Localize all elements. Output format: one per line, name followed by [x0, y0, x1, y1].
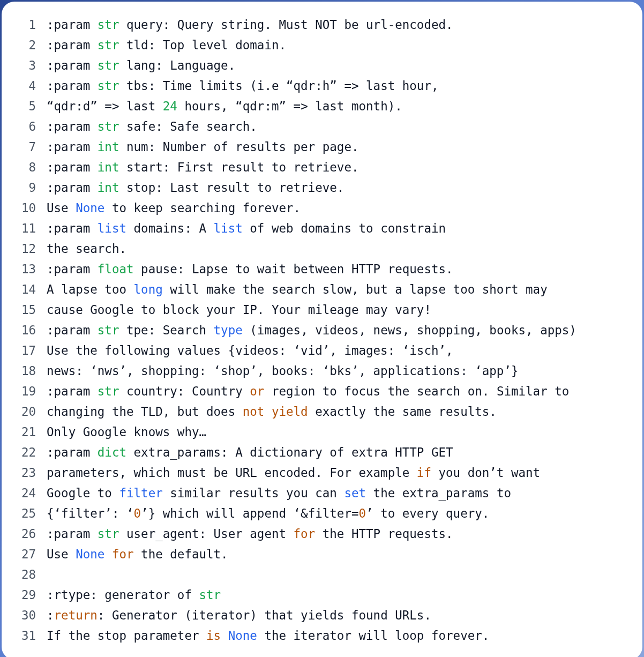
code-content: :rtype: generator of str — [47, 585, 632, 605]
code-line: 29:rtype: generator of str — [11, 585, 632, 605]
code-token: :param — [47, 527, 98, 541]
code-token: str — [98, 120, 119, 133]
code-content: Google to filter similar results you can… — [47, 483, 632, 503]
code-token: 0 — [134, 506, 141, 520]
code-token: tld: Top level domain. — [119, 38, 286, 52]
code-token: None — [76, 547, 104, 561]
code-content: :param str tld: Top level domain. — [47, 35, 632, 55]
line-number: 20 — [11, 401, 47, 422]
code-token: pause: Lapse to wait between HTTP reques… — [134, 262, 453, 276]
code-token: not — [243, 405, 265, 419]
code-line: 27Use None for the default. — [11, 544, 632, 564]
code-token: Only Google knows why… — [47, 425, 206, 439]
code-content: :param dict extra_params: A dictionary o… — [47, 442, 632, 462]
code-token: Use — [47, 201, 76, 215]
code-token: exactly the same results. — [308, 405, 497, 419]
code-line: 31If the stop parameter is None the iter… — [11, 625, 632, 646]
code-token: you don’t want — [431, 466, 540, 480]
code-line: 6:param str safe: Safe search. — [11, 116, 632, 137]
code-token: long — [134, 282, 163, 296]
code-token: :param — [47, 18, 98, 32]
code-token: filter — [119, 486, 162, 500]
code-token: the default. — [134, 547, 228, 561]
code-line: 23parameters, which must be URL encoded.… — [11, 462, 632, 483]
code-content: “qdr:d” => last 24 hours, “qdr:m” => las… — [47, 96, 632, 116]
code-token: similar results you can — [163, 486, 345, 500]
line-number: 17 — [11, 340, 47, 361]
code-token: :param — [47, 221, 98, 235]
code-content: {‘filter’: ‘0’} which will append ‘&filt… — [47, 503, 632, 524]
line-number: 3 — [11, 55, 47, 76]
code-content: parameters, which must be URL encoded. F… — [47, 462, 632, 483]
code-token: the extra_params to — [366, 486, 511, 500]
code-content: A lapse too long will make the search sl… — [47, 279, 632, 300]
line-number: 31 — [11, 625, 47, 646]
code-token: country: Country — [119, 384, 250, 398]
code-token: news: ‘nws’, shopping: ‘shop’, books: ‘b… — [47, 364, 519, 378]
code-content: :param int stop: Last result to retrieve… — [47, 177, 632, 198]
code-line: 24Google to filter similar results you c… — [11, 483, 632, 503]
code-token: domains: A — [126, 221, 214, 235]
code-line: 1:param str query: Query string. Must NO… — [11, 14, 632, 35]
code-content: :param str country: Country or region to… — [47, 381, 632, 401]
code-line: 9:param int stop: Last result to retriev… — [11, 177, 632, 198]
line-number: 9 — [11, 177, 47, 198]
code-token: “qdr:d” => last — [47, 99, 163, 113]
code-card: 1:param str query: Query string. Must NO… — [2, 2, 642, 657]
code-content: Only Google knows why… — [47, 422, 632, 442]
code-content: Use None to keep searching forever. — [47, 198, 632, 218]
code-token: str — [98, 384, 119, 398]
code-content: news: ‘nws’, shopping: ‘shop’, books: ‘b… — [47, 361, 632, 381]
code-token: parameters, which must be URL encoded. F… — [47, 466, 417, 480]
code-line: 3:param str lang: Language. — [11, 55, 632, 76]
code-content: :param str query: Query string. Must NOT… — [47, 14, 632, 35]
code-token: :param — [47, 384, 98, 398]
code-line: 14A lapse too long will make the search … — [11, 279, 632, 300]
code-line: 28 — [11, 564, 632, 585]
code-token: str — [98, 58, 119, 72]
code-token: str — [199, 588, 221, 602]
code-content: the search. — [47, 238, 632, 259]
code-token: is — [206, 629, 221, 643]
code-token: int — [98, 140, 119, 154]
code-line: 22:param dict extra_params: A dictionary… — [11, 442, 632, 462]
line-number: 28 — [11, 564, 47, 585]
code-token: lang: Language. — [119, 58, 235, 72]
code-token: int — [98, 181, 119, 195]
code-token: str — [98, 18, 119, 32]
code-line: 4:param str tbs: Time limits (i.e “qdr:h… — [11, 76, 632, 96]
code-token: 24 — [163, 99, 177, 113]
code-token: : Generator (iterator) that yields found… — [98, 608, 431, 622]
code-token: cause Google to block your IP. Your mile… — [47, 303, 431, 317]
line-number: 2 — [11, 35, 47, 55]
code-content: changing the TLD, but does not yield exa… — [47, 401, 632, 422]
line-number: 27 — [11, 544, 47, 564]
code-content: Use the following values {videos: ‘vid’,… — [47, 340, 632, 361]
code-token: :param — [47, 181, 98, 195]
line-number: 15 — [11, 300, 47, 320]
line-number: 30 — [11, 605, 47, 625]
code-token: (images, videos, news, shopping, books, … — [243, 323, 576, 337]
line-number: 4 — [11, 76, 47, 96]
line-number: 21 — [11, 422, 47, 442]
code-token: the HTTP requests. — [315, 527, 453, 541]
code-token: hours, “qdr:m” => last month). — [177, 99, 402, 113]
line-number: 16 — [11, 320, 47, 340]
code-token: the search. — [47, 242, 126, 256]
code-token: changing the TLD, but does — [47, 405, 243, 419]
line-number: 8 — [11, 157, 47, 177]
code-token: extra_params: A dictionary of extra HTTP… — [126, 445, 453, 459]
code-token: for — [294, 527, 316, 541]
code-token: yield — [272, 405, 308, 419]
code-token: :param — [47, 140, 98, 154]
code-token: tpe: Search — [119, 323, 213, 337]
code-token: :param — [47, 262, 98, 276]
code-token: :param — [47, 38, 98, 52]
code-content: cause Google to block your IP. Your mile… — [47, 300, 632, 320]
line-number: 26 — [11, 524, 47, 544]
code-token: list — [98, 221, 126, 235]
line-number: 11 — [11, 218, 47, 238]
code-token: if — [417, 466, 431, 480]
code-token: Use the following values {videos: ‘vid’,… — [47, 344, 453, 357]
code-token: str — [98, 38, 119, 52]
